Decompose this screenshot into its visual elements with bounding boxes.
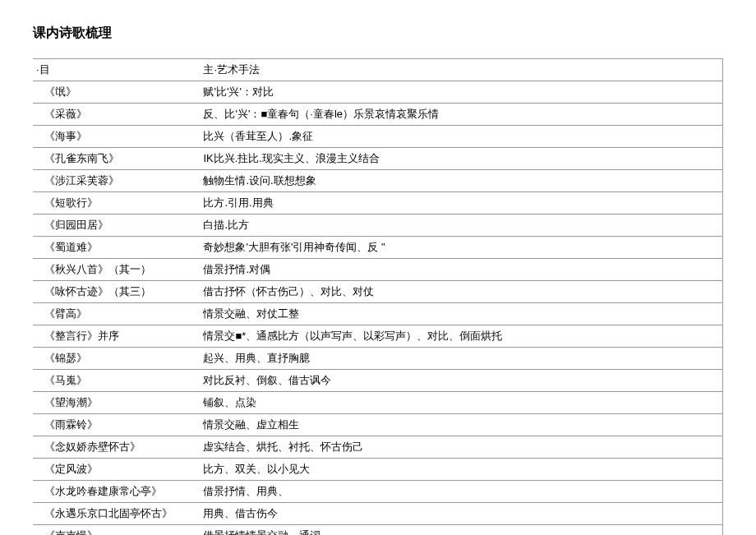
poem-technique: 赋'比'兴'：对比 <box>198 81 722 104</box>
poem-name: 《水龙吟春建康常心亭》 <box>33 481 198 503</box>
poem-technique: 情景交融、虚立相生 <box>198 414 722 436</box>
poem-name: 《氓》 <box>33 81 198 104</box>
table-row: 《整言行》并序情景交■*、通感比方（以声写声、以彩写声）、对比、倒面烘托 <box>33 325 723 348</box>
table-row: 《涉江采芙蓉》触物生情.设问.联想想象 <box>33 170 723 192</box>
header-col1: ·目 <box>33 59 198 81</box>
poem-name: 《定风波》 <box>33 459 198 481</box>
table-row: 《短歌行》比方.引用.用典 <box>33 192 723 214</box>
table-row: 《永遇乐京口北固亭怀古》用典、借古伤今 <box>33 503 723 525</box>
poem-technique: 白描.比方 <box>198 214 722 237</box>
poem-technique: 情景交融、对仗工整 <box>198 303 722 325</box>
poem-name: 《短歌行》 <box>33 192 198 214</box>
table-row: 《氓》赋'比'兴'：对比 <box>33 81 723 104</box>
poem-name: 《望海潮》 <box>33 392 198 414</box>
header-col2: 主·艺术手法 <box>198 59 722 81</box>
poem-name: 《采薇》 <box>33 104 198 126</box>
table-row: 《蜀道难》奇妙想象'大胆有张'引用神奇传闻、反 " <box>33 237 723 259</box>
poem-technique: 奇妙想象'大胆有张'引用神奇传闻、反 " <box>198 237 722 259</box>
table-row: 《望海潮》铺叙、点染 <box>33 392 723 414</box>
poem-name: 《蜀道难》 <box>33 237 198 259</box>
poem-name: 《雨霖铃》 <box>33 414 198 436</box>
poem-technique: 虚实结合、烘托、衬托、怀古伤己 <box>198 436 722 459</box>
poem-technique: 对比反衬、倒叙、借古讽今 <box>198 370 722 392</box>
table-row: 《马嵬》对比反衬、倒叙、借古讽今 <box>33 370 723 392</box>
poem-technique: 用典、借古伤今 <box>198 503 722 525</box>
poem-name: 《声声慢》 <box>33 525 198 536</box>
table-row: 《归园田居》白描.比方 <box>33 214 723 237</box>
page-title: 课内诗歌梳理 <box>33 25 723 42</box>
poem-technique: 铺叙、点染 <box>198 392 722 414</box>
poem-name: 《秋兴八首》（其一） <box>33 259 198 281</box>
poem-name: 《归园田居》 <box>33 214 198 237</box>
poem-name: 《锦瑟》 <box>33 348 198 370</box>
poem-name: 《永遇乐京口北固亭怀古》 <box>33 503 198 525</box>
poem-technique: 起兴、用典、直抒胸臆 <box>198 348 722 370</box>
poem-technique: 反、比'兴'：■童春句（·童春le）乐景哀情哀聚乐情 <box>198 104 722 126</box>
poem-technique: 比方.引用.用典 <box>198 192 722 214</box>
poem-name: 《念奴娇赤壁怀古》 <box>33 436 198 459</box>
poem-technique: 比方、双关、以小见大 <box>198 459 722 481</box>
poetry-table: ·目 主·艺术手法 《氓》赋'比'兴'：对比《采薇》反、比'兴'：■童春句（·童… <box>33 58 723 535</box>
poem-technique: 借景抒情、用典、 <box>198 481 722 503</box>
table-row: 《秋兴八首》（其一）借景抒情.对偶 <box>33 259 723 281</box>
table-row: 《念奴娇赤壁怀古》虚实结合、烘托、衬托、怀古伤己 <box>33 436 723 459</box>
poem-technique: IK比兴.拄比.现实主义、浪漫主义结合 <box>198 148 722 170</box>
table-row: 《雨霖铃》情景交融、虚立相生 <box>33 414 723 436</box>
poem-name: 《咏怀古迹》（其三） <box>33 281 198 303</box>
table-row: 《孔雀东南飞》IK比兴.拄比.现实主义、浪漫主义结合 <box>33 148 723 170</box>
table-row: 《水龙吟春建康常心亭》借景抒情、用典、 <box>33 481 723 503</box>
poem-name: 《涉江采芙蓉》 <box>33 170 198 192</box>
poem-name: 《马嵬》 <box>33 370 198 392</box>
poem-name: 《孔雀东南飞》 <box>33 148 198 170</box>
table-row: 《臂高》情景交融、对仗工整 <box>33 303 723 325</box>
poem-technique: 触物生情.设问.联想想象 <box>198 170 722 192</box>
table-row: 《定风波》比方、双关、以小见大 <box>33 459 723 481</box>
poem-technique: 借景抒情.对偶 <box>198 259 722 281</box>
poem-technique: 比兴（香茸至人）.象征 <box>198 126 722 148</box>
poem-name: 《整言行》并序 <box>33 325 198 348</box>
table-row: 《采薇》反、比'兴'：■童春句（·童春le）乐景哀情哀聚乐情 <box>33 104 723 126</box>
poem-technique: 借景抒情情景交融、通词 <box>198 525 722 536</box>
table-row: 《锦瑟》起兴、用典、直抒胸臆 <box>33 348 723 370</box>
poem-name: 《海事》 <box>33 126 198 148</box>
poem-technique: 借古抒怀（怀古伤己）、对比、对仗 <box>198 281 722 303</box>
table-row: 《声声慢》借景抒情情景交融、通词 <box>33 525 723 536</box>
poem-name: 《臂高》 <box>33 303 198 325</box>
poem-technique: 情景交■*、通感比方（以声写声、以彩写声）、对比、倒面烘托 <box>198 325 722 348</box>
table-row: 《海事》比兴（香茸至人）.象征 <box>33 126 723 148</box>
table-row: 《咏怀古迹》（其三）借古抒怀（怀古伤己）、对比、对仗 <box>33 281 723 303</box>
